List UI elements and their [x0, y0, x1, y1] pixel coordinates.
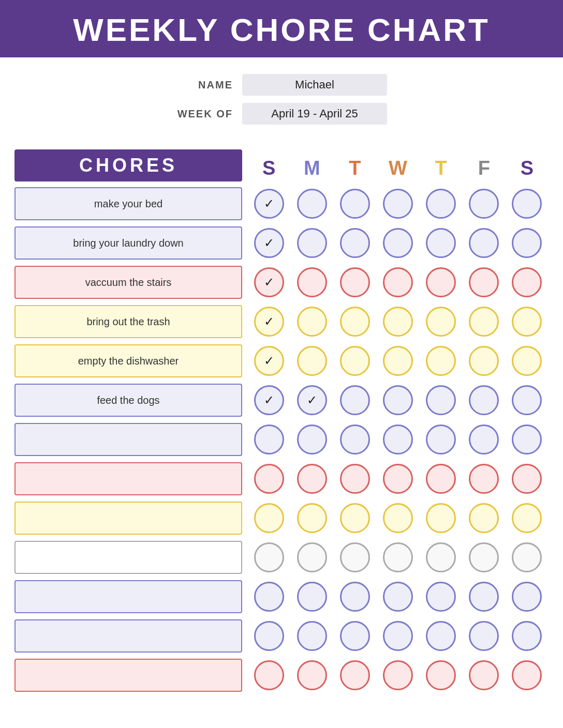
circle-5-5[interactable] — [469, 385, 499, 415]
circle-5-1[interactable]: ✓ — [297, 385, 327, 415]
circle-7-2[interactable] — [340, 464, 370, 494]
chore-cell-7[interactable] — [14, 462, 242, 495]
circle-8-2[interactable] — [340, 503, 370, 533]
chore-cell-9[interactable] — [14, 541, 242, 574]
circle-7-4[interactable] — [426, 464, 456, 494]
circle-1-0[interactable]: ✓ — [254, 228, 284, 258]
circle-9-3[interactable] — [383, 542, 413, 572]
chore-cell-5[interactable]: feed the dogs — [14, 384, 242, 417]
circle-8-0[interactable] — [254, 503, 284, 533]
chore-cell-8[interactable] — [14, 502, 242, 535]
chore-cell-4[interactable]: empty the dishwasher — [14, 344, 242, 377]
circle-2-0[interactable]: ✓ — [254, 267, 284, 297]
circle-7-3[interactable] — [383, 464, 413, 494]
circle-5-6[interactable] — [512, 385, 542, 415]
circle-0-6[interactable] — [512, 189, 542, 219]
circle-0-4[interactable] — [426, 189, 456, 219]
circle-2-2[interactable] — [340, 267, 370, 297]
circle-3-2[interactable] — [340, 307, 370, 337]
circle-0-2[interactable] — [340, 189, 370, 219]
circle-0-1[interactable] — [297, 189, 327, 219]
chore-cell-0[interactable]: make your bed — [14, 187, 242, 220]
chore-cell-10[interactable] — [14, 580, 242, 613]
circle-11-6[interactable] — [512, 621, 542, 651]
circle-4-0[interactable]: ✓ — [254, 346, 284, 376]
circle-5-0[interactable]: ✓ — [254, 385, 284, 415]
circle-11-3[interactable] — [383, 621, 413, 651]
circle-1-6[interactable] — [512, 228, 542, 258]
chore-cell-3[interactable]: bring out the trash — [14, 305, 242, 338]
circle-10-2[interactable] — [340, 582, 370, 612]
circle-11-5[interactable] — [469, 621, 499, 651]
circle-3-3[interactable] — [383, 307, 413, 337]
circle-9-0[interactable] — [254, 542, 284, 572]
circle-7-0[interactable] — [254, 464, 284, 494]
circle-0-5[interactable] — [469, 189, 499, 219]
circle-11-1[interactable] — [297, 621, 327, 651]
circle-2-6[interactable] — [512, 267, 542, 297]
circle-5-2[interactable] — [340, 385, 370, 415]
circle-7-5[interactable] — [469, 464, 499, 494]
circle-3-5[interactable] — [469, 307, 499, 337]
circle-3-4[interactable] — [426, 307, 456, 337]
circle-1-4[interactable] — [426, 228, 456, 258]
circle-2-4[interactable] — [426, 267, 456, 297]
circle-8-6[interactable] — [512, 503, 542, 533]
circle-12-1[interactable] — [297, 660, 327, 690]
circle-10-3[interactable] — [383, 582, 413, 612]
circle-2-3[interactable] — [383, 267, 413, 297]
circle-8-1[interactable] — [297, 503, 327, 533]
chore-cell-1[interactable]: bring your laundry down — [14, 226, 242, 260]
circle-6-0[interactable] — [254, 424, 284, 454]
circle-12-3[interactable] — [383, 660, 413, 690]
circle-10-0[interactable] — [254, 582, 284, 612]
circle-2-5[interactable] — [469, 267, 499, 297]
circle-1-1[interactable] — [297, 228, 327, 258]
circle-9-5[interactable] — [469, 542, 499, 572]
circle-6-2[interactable] — [340, 424, 370, 454]
circle-4-6[interactable] — [512, 346, 542, 376]
circle-10-1[interactable] — [297, 582, 327, 612]
circle-6-1[interactable] — [297, 424, 327, 454]
circle-8-3[interactable] — [383, 503, 413, 533]
chore-cell-11[interactable] — [14, 619, 242, 653]
chore-cell-12[interactable] — [14, 659, 242, 692]
circle-8-5[interactable] — [469, 503, 499, 533]
circle-9-2[interactable] — [340, 542, 370, 572]
circle-10-6[interactable] — [512, 582, 542, 612]
circle-4-2[interactable] — [340, 346, 370, 376]
circle-11-2[interactable] — [340, 621, 370, 651]
circle-4-4[interactable] — [426, 346, 456, 376]
circle-12-2[interactable] — [340, 660, 370, 690]
circle-0-0[interactable]: ✓ — [254, 189, 284, 219]
circle-5-4[interactable] — [426, 385, 456, 415]
circle-7-6[interactable] — [512, 464, 542, 494]
circle-10-5[interactable] — [469, 582, 499, 612]
circle-10-4[interactable] — [426, 582, 456, 612]
circle-1-5[interactable] — [469, 228, 499, 258]
chore-cell-2[interactable]: vaccuum the stairs — [14, 266, 242, 299]
circle-9-1[interactable] — [297, 542, 327, 572]
circle-6-5[interactable] — [469, 424, 499, 454]
circle-6-6[interactable] — [512, 424, 542, 454]
circle-0-3[interactable] — [383, 189, 413, 219]
circle-9-6[interactable] — [512, 542, 542, 572]
circle-2-1[interactable] — [297, 267, 327, 297]
circle-6-4[interactable] — [426, 424, 456, 454]
circle-4-1[interactable] — [297, 346, 327, 376]
circle-12-0[interactable] — [254, 660, 284, 690]
circle-3-6[interactable] — [512, 307, 542, 337]
circle-12-6[interactable] — [512, 660, 542, 690]
circle-12-4[interactable] — [426, 660, 456, 690]
circle-7-1[interactable] — [297, 464, 327, 494]
circle-4-5[interactable] — [469, 346, 499, 376]
circle-6-3[interactable] — [383, 424, 413, 454]
circle-3-1[interactable] — [297, 307, 327, 337]
circle-11-0[interactable] — [254, 621, 284, 651]
circle-1-3[interactable] — [383, 228, 413, 258]
circle-8-4[interactable] — [426, 503, 456, 533]
circle-5-3[interactable] — [383, 385, 413, 415]
circle-11-4[interactable] — [426, 621, 456, 651]
circle-12-5[interactable] — [469, 660, 499, 690]
circle-9-4[interactable] — [426, 542, 456, 572]
